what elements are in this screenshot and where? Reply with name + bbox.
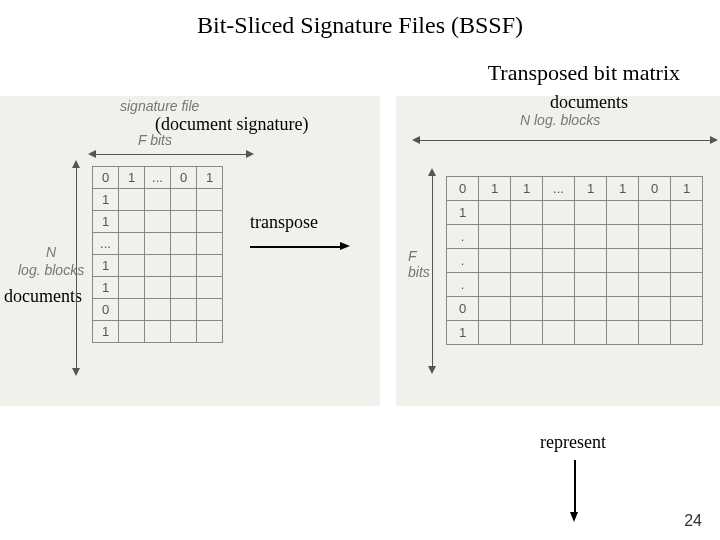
matrix-cell [171,211,197,233]
matrix-cell [119,211,145,233]
matrix-cell [575,297,607,321]
log-blocks-left: log. blocks [18,262,84,278]
f-bits-right: F bits [408,248,430,280]
matrix-cell [171,277,197,299]
matrix-cell [639,225,671,249]
matrix-cell [543,225,575,249]
matrix-cell [145,189,171,211]
matrix-cell [607,273,639,297]
matrix-cell [607,321,639,345]
matrix-cell [119,299,145,321]
matrix-cell [479,321,511,345]
matrix-cell [671,273,703,297]
matrix-cell [639,201,671,225]
doc-signature-label: (document signature) [155,114,308,135]
documents-left-label: documents [4,286,82,307]
matrix-cell [171,189,197,211]
matrix-cell: . [447,225,479,249]
matrix-cell [543,249,575,273]
matrix-cell [197,277,223,299]
left-matrix: 01...0111...1101 [92,166,223,343]
matrix-cell [543,201,575,225]
matrix-cell [639,297,671,321]
matrix-cell [197,233,223,255]
matrix-cell: 1 [671,177,703,201]
matrix-cell: . [447,249,479,273]
matrix-cell [575,273,607,297]
matrix-cell [479,273,511,297]
matrix-cell: ... [543,177,575,201]
represent-label: represent [540,432,606,453]
matrix-cell: 0 [93,299,119,321]
matrix-cell: 1 [93,277,119,299]
matrix-cell: 0 [447,297,479,321]
matrix-cell [197,255,223,277]
matrix-cell [119,189,145,211]
matrix-cell [575,201,607,225]
matrix-cell [197,211,223,233]
matrix-cell: 1 [93,211,119,233]
matrix-cell [639,249,671,273]
matrix-cell: 1 [197,167,223,189]
matrix-cell [543,273,575,297]
matrix-cell: 1 [93,189,119,211]
right-matrix: 011...11011...01 [446,176,703,345]
matrix-cell: 1 [93,321,119,343]
matrix-cell [197,321,223,343]
matrix-cell [575,225,607,249]
matrix-cell [479,225,511,249]
matrix-cell [511,321,543,345]
subtitle: Transposed bit matrix [488,60,680,86]
matrix-cell: 1 [93,255,119,277]
matrix-cell: . [447,273,479,297]
f-bits-left: F bits [138,132,172,148]
matrix-cell [145,233,171,255]
matrix-cell [145,211,171,233]
matrix-cell [607,249,639,273]
matrix-cell [479,297,511,321]
matrix-cell [119,255,145,277]
matrix-cell [171,321,197,343]
matrix-cell: 0 [93,167,119,189]
matrix-cell [145,299,171,321]
matrix-cell: ... [93,233,119,255]
matrix-cell [575,249,607,273]
n-left: N [46,244,56,260]
matrix-cell: 0 [639,177,671,201]
matrix-cell: 1 [575,177,607,201]
matrix-cell [543,321,575,345]
matrix-cell [511,297,543,321]
signature-file-caption: signature file [120,98,199,114]
n-log-blocks-right: N log. blocks [520,112,600,128]
matrix-cell [171,233,197,255]
matrix-cell: ... [145,167,171,189]
matrix-cell [671,297,703,321]
slide-number: 24 [684,512,702,530]
matrix-cell [671,321,703,345]
matrix-cell [639,321,671,345]
matrix-cell [145,277,171,299]
matrix-cell: 0 [171,167,197,189]
matrix-cell [197,189,223,211]
matrix-cell [171,299,197,321]
page-title: Bit-Sliced Signature Files (BSSF) [0,12,720,39]
matrix-cell [511,273,543,297]
matrix-cell [607,201,639,225]
matrix-cell: 1 [119,167,145,189]
matrix-cell [671,225,703,249]
documents-top-label: documents [550,92,628,113]
matrix-cell [119,321,145,343]
matrix-cell [119,233,145,255]
matrix-cell [197,299,223,321]
matrix-cell [479,249,511,273]
matrix-cell [145,321,171,343]
transpose-label: transpose [250,212,318,233]
matrix-cell: 1 [447,321,479,345]
matrix-cell [575,321,607,345]
matrix-cell [671,249,703,273]
matrix-cell [543,297,575,321]
matrix-cell: 1 [447,201,479,225]
matrix-cell: 1 [607,177,639,201]
matrix-cell [119,277,145,299]
matrix-cell: 1 [511,177,543,201]
